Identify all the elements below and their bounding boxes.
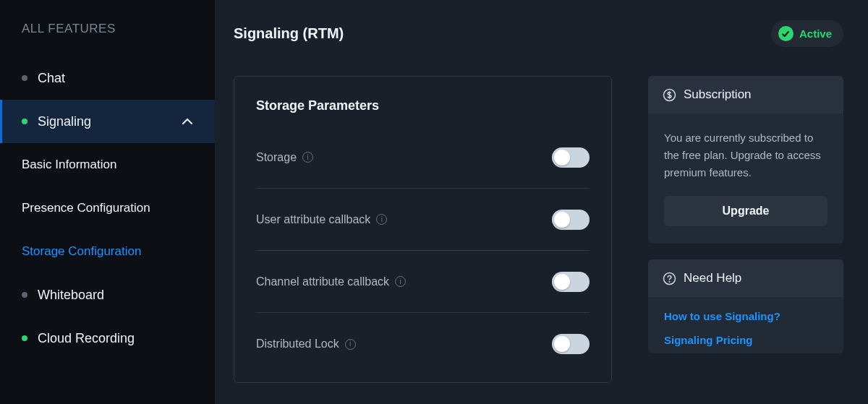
param-label-text: Distributed Lock (256, 338, 339, 351)
need-help-title: Need Help (684, 271, 741, 285)
param-label-text: Channel attribute callback (256, 275, 389, 288)
info-icon[interactable]: i (345, 339, 356, 350)
param-label: User attribute callback i (256, 213, 387, 226)
status-badge: Active (771, 20, 843, 47)
subscription-title: Subscription (684, 87, 752, 102)
need-help-header: Need Help (648, 259, 843, 297)
status-dot (22, 75, 27, 81)
storage-parameters-card: Storage Parameters Storage i User attrib… (234, 76, 612, 383)
status-dot (22, 335, 27, 341)
sidebar-item-chat[interactable]: Chat (0, 56, 215, 100)
info-icon[interactable]: i (302, 152, 313, 163)
subscription-body: You are currently subscribed to the free… (648, 113, 843, 244)
subnav-item-presence-configuration[interactable]: Presence Configuration (0, 186, 215, 230)
subnav-item-label: Basic Information (22, 158, 116, 172)
need-help-card: Need Help How to use Signaling? Signalin… (648, 259, 843, 353)
subnav-item-storage-configuration[interactable]: Storage Configuration (0, 230, 215, 273)
status-dot (22, 119, 27, 124)
sidebar-item-signaling[interactable]: Signaling (0, 100, 215, 143)
info-icon[interactable]: i (395, 276, 406, 287)
sidebar-item-label: Signaling (38, 114, 91, 129)
param-row-storage: Storage i (256, 126, 590, 189)
check-badge-icon (778, 26, 793, 41)
help-link-signaling-pricing[interactable]: Signaling Pricing (664, 334, 827, 346)
page-title: Signaling (RTM) (234, 25, 344, 42)
subnav-item-basic-information[interactable]: Basic Information (0, 143, 215, 186)
status-text: Active (799, 27, 832, 40)
subnav-item-label: Presence Configuration (22, 201, 150, 215)
question-circle-icon (663, 272, 676, 285)
info-icon[interactable]: i (376, 214, 387, 225)
subscription-card: Subscription You are currently subscribe… (648, 76, 843, 244)
toggle-channel-attribute-callback[interactable] (552, 272, 590, 292)
sidebar-item-label: Whiteboard (38, 288, 104, 303)
chevron-up-icon (182, 118, 193, 125)
svg-point-2 (669, 281, 670, 282)
sidebar-item-label: Chat (38, 71, 65, 86)
param-row-channel-attribute-callback: Channel attribute callback i (256, 251, 590, 313)
param-label: Storage i (256, 151, 313, 164)
toggle-user-attribute-callback[interactable] (552, 210, 590, 230)
toggle-distributed-lock[interactable] (552, 334, 590, 354)
sidebar-item-cloud-recording[interactable]: Cloud Recording (0, 317, 215, 360)
subscription-description: You are currently subscribed to the free… (664, 129, 827, 181)
subnav-item-label: Storage Configuration (22, 244, 141, 259)
param-label-text: Storage (256, 151, 297, 164)
status-dot (22, 292, 27, 298)
dollar-circle-icon (663, 88, 676, 102)
content-row: Storage Parameters Storage i User attrib… (234, 76, 843, 383)
toggle-storage[interactable] (552, 147, 590, 168)
param-row-distributed-lock: Distributed Lock i (256, 313, 590, 375)
need-help-links: How to use Signaling? Signaling Pricing (648, 297, 843, 353)
sidebar-nav: Chat Signaling Basic Information Presenc… (0, 56, 215, 360)
sidebar-title: ALL FEATURES (0, 0, 215, 56)
param-label: Distributed Lock i (256, 338, 356, 351)
sidebar-item-label: Cloud Recording (38, 331, 135, 346)
param-row-user-attribute-callback: User attribute callback i (256, 189, 590, 251)
page-header: Signaling (RTM) Active (234, 20, 843, 47)
param-label: Channel attribute callback i (256, 275, 406, 288)
right-rail: Subscription You are currently subscribe… (648, 76, 843, 383)
sidebar-subnav-signaling: Basic Information Presence Configuration… (0, 143, 215, 273)
storage-parameters-title: Storage Parameters (256, 98, 590, 113)
param-label-text: User attribute callback (256, 213, 370, 226)
sidebar: ALL FEATURES Chat Signaling Basic Inform… (0, 0, 215, 404)
main: Signaling (RTM) Active Storage Parameter… (215, 0, 868, 404)
subscription-header: Subscription (648, 76, 843, 113)
sidebar-item-whiteboard[interactable]: Whiteboard (0, 273, 215, 317)
upgrade-button[interactable]: Upgrade (664, 196, 827, 226)
help-link-how-to-use-signaling[interactable]: How to use Signaling? (664, 310, 827, 322)
